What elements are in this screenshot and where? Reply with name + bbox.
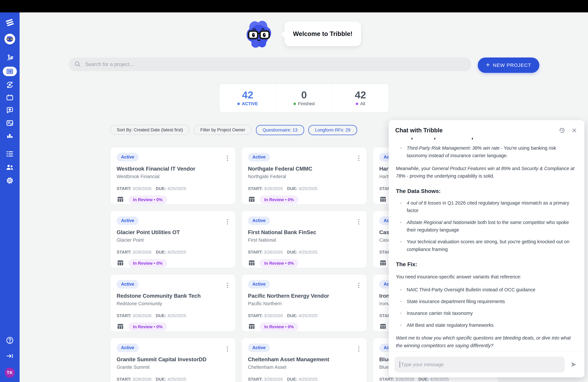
sidebar-item-mascot-avatar[interactable]: [0, 34, 20, 44]
chat-bullet: Insurance carrier risk taxonomy: [396, 309, 577, 317]
project-dates: START: 3/26/2026DUE: 4/25/2025: [248, 377, 360, 382]
filter-chip[interactable]: Sort By: Created Date (latest first): [110, 125, 189, 135]
sidebar-item-calendar[interactable]: [0, 93, 20, 102]
chat-title: Chat with Tribble: [395, 127, 553, 134]
user-avatar[interactable]: TK: [0, 368, 20, 378]
project-card[interactable]: Active Pacific Northern Energy Vendor Pa…: [242, 274, 367, 332]
send-icon[interactable]: [570, 361, 578, 368]
due-value: 4/25/2025: [299, 377, 317, 382]
project-subtitle: Glacier Point: [117, 237, 229, 243]
status-badge: Active: [117, 280, 139, 289]
chat-message-body[interactable]: Third-Party Risk Management: 38% win rat…: [389, 137, 584, 351]
project-subtitle: First National: [248, 237, 360, 243]
chat-bullet: Third-Party Risk Management: 38% win rat…: [396, 144, 577, 159]
kebab-menu-icon[interactable]: [227, 218, 228, 226]
project-card[interactable]: Active Granite Summit Capital InvestorDD…: [110, 338, 235, 382]
top-black-bar: [0, 0, 588, 12]
start-label: START:: [117, 313, 131, 318]
chat-input-placeholder: Type your message: [401, 362, 444, 367]
sidebar-item-workflow[interactable]: [0, 54, 20, 62]
new-project-button[interactable]: + NEW PROJECT: [478, 58, 539, 73]
gear-icon: [6, 176, 14, 185]
project-subtitle: Cheltenham Asset: [248, 364, 360, 370]
start-value: 3/26/2026: [133, 313, 152, 318]
chat-header: Chat with Tribble: [389, 120, 584, 136]
project-subtitle: Westbrook Financial: [117, 174, 229, 179]
stat-all[interactable]: 42All: [332, 84, 389, 112]
project-search-input[interactable]: Search for a project...: [69, 58, 471, 71]
status-badge: Active: [117, 216, 139, 225]
status-badge: Active: [117, 153, 139, 161]
due-label: DUE:: [156, 250, 166, 255]
tribble-mascot-illustration: [245, 19, 273, 49]
project-title: First National Bank FinSec: [248, 229, 360, 235]
projects-icon: [3, 67, 17, 76]
project-card[interactable]: Active Glacier Point Utilities OT Glacie…: [110, 211, 235, 268]
mascot-avatar-icon: [4, 34, 15, 44]
project-dates: START: 3/26/2026DUE: 4/25/2025: [117, 250, 229, 255]
close-icon[interactable]: [571, 127, 577, 133]
stat-finished[interactable]: 0Finished: [276, 84, 332, 112]
stat-active[interactable]: 42ACTIVE: [220, 84, 276, 112]
help-icon: [6, 336, 14, 344]
chat-message-input[interactable]: Type your message: [395, 357, 565, 372]
stat-dot-icon: [294, 103, 296, 105]
project-stats-card: 42ACTIVE0Finished42All: [219, 84, 389, 112]
sidebar-item-bar-chart[interactable]: [0, 132, 20, 140]
start-value: 3/26/2026: [264, 186, 283, 191]
stat-value: 42: [355, 90, 366, 100]
project-title: Redstone Community Bank Tech: [117, 293, 229, 299]
chat-bullet: AM Best and state regulatory frameworks: [396, 321, 577, 329]
tribble-logo-icon: [5, 18, 14, 27]
status-badge: Active: [248, 344, 270, 352]
due-value: 4/25/2025: [167, 313, 186, 318]
project-card[interactable]: Active Cheltenham Asset Management Chelt…: [242, 338, 367, 382]
sidebar-item-team[interactable]: [0, 163, 20, 171]
due-label: DUE:: [418, 377, 429, 382]
kebab-menu-icon[interactable]: [358, 218, 359, 226]
calendar-icon: [6, 93, 14, 102]
project-dates: START: 3/26/2026DUE: 4/25/2025: [248, 250, 360, 255]
stat-value: 0: [301, 90, 307, 100]
start-label: START:: [379, 377, 394, 382]
chat-panel: Chat with Tribble Third-Party Risk Manag…: [389, 120, 584, 377]
sidebar-item-chat-sparkle[interactable]: [0, 106, 20, 114]
project-card[interactable]: Active Northgate Federal CMMC Northgate …: [242, 147, 367, 204]
project-card[interactable]: Active First National Bank FinSec First …: [242, 211, 367, 268]
due-label: DUE:: [156, 313, 166, 318]
kebab-menu-icon[interactable]: [227, 345, 228, 353]
filter-chip[interactable]: Filter by Project Owner: [194, 125, 252, 135]
sidebar-item-logout[interactable]: [0, 352, 20, 360]
kebab-menu-icon[interactable]: [227, 282, 228, 289]
start-value: 3/26/2026: [133, 377, 152, 382]
project-card[interactable]: Active Westbrook Financial IT Vendor Wes…: [110, 147, 235, 204]
kebab-menu-icon[interactable]: [358, 282, 359, 289]
progress-badge: In Review • 0%: [260, 259, 298, 268]
sidebar-item-sync[interactable]: [0, 81, 20, 89]
project-card[interactable]: Active Redstone Community Bank Tech Reds…: [110, 274, 235, 332]
welcome-speech-bubble: Welcome to Tribble!: [285, 21, 361, 46]
project-dates: START: 3/26/2026DUE: 4/25/2025: [248, 313, 360, 318]
project-title: Granite Summit Capital InvestorDD: [117, 356, 229, 362]
kebab-menu-icon[interactable]: [227, 155, 228, 162]
due-value: 4/25/2025: [299, 250, 317, 255]
due-label: DUE:: [287, 377, 297, 382]
start-label: START:: [248, 250, 263, 255]
bar-chart-icon: [6, 132, 14, 140]
chat-bullet: Your technical evaluation scores are str…: [396, 238, 577, 253]
sidebar-item-list[interactable]: [0, 150, 20, 158]
sidebar-item-gear[interactable]: [0, 176, 20, 185]
sidebar-item-projects[interactable]: [0, 67, 20, 76]
history-icon[interactable]: [559, 127, 566, 134]
status-badge: Active: [248, 216, 270, 225]
filter-chip[interactable]: Longform RFx: 29: [308, 125, 357, 135]
project-subtitle: Granite Summit: [117, 364, 229, 370]
filter-chip[interactable]: Questionnaire: 13: [256, 125, 304, 135]
due-value: 4/25/2025: [167, 250, 186, 255]
sidebar-item-form-check[interactable]: [0, 119, 20, 127]
start-label: START:: [248, 313, 263, 318]
kebab-menu-icon[interactable]: [358, 345, 359, 353]
workflow-icon: [6, 54, 14, 62]
sidebar-item-help[interactable]: [0, 336, 20, 344]
kebab-menu-icon[interactable]: [358, 155, 359, 162]
